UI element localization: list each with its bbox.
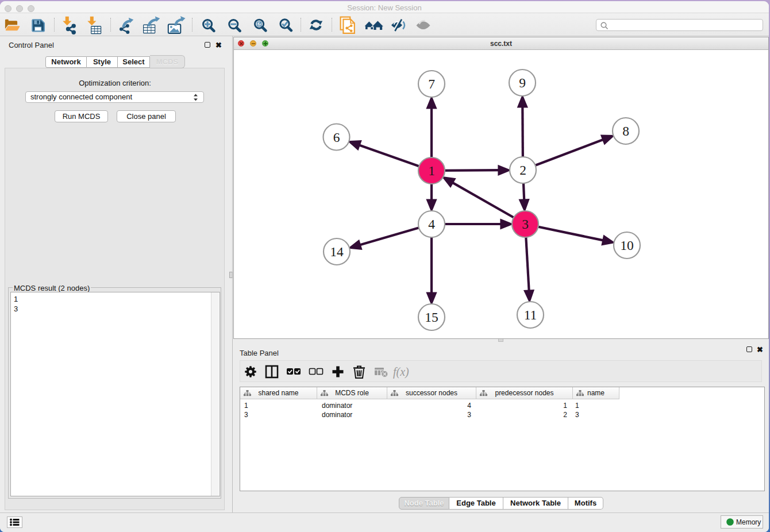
svg-text:8: 8	[622, 124, 629, 138]
svg-text:f(x): f(x)	[393, 365, 409, 379]
svg-text:15: 15	[425, 310, 438, 325]
svg-text:6: 6	[333, 130, 340, 145]
svg-text:10: 10	[620, 238, 634, 253]
svg-text:14: 14	[330, 244, 344, 259]
svg-text:11: 11	[524, 307, 537, 322]
svg-text:3: 3	[522, 217, 529, 232]
svg-text:2: 2	[519, 163, 526, 178]
svg-text:7: 7	[428, 76, 435, 91]
svg-text:4: 4	[428, 217, 435, 232]
svg-text:9: 9	[519, 75, 526, 90]
svg-text:1: 1	[428, 163, 435, 178]
